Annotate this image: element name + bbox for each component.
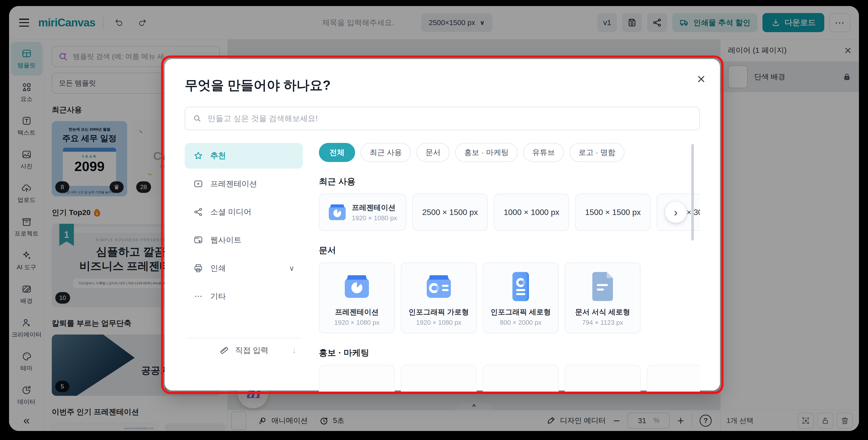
share-nodes-icon <box>193 207 203 217</box>
nav-item-label: 인쇄 <box>210 263 226 273</box>
modal-content: 추천 프레젠테이션 소셜 미디어 웹사이트 인쇄 ∨ <box>185 143 700 392</box>
nav-item-presentation[interactable]: 프레젠테이션 <box>185 171 303 197</box>
chip-docs[interactable]: 문서 <box>416 143 450 162</box>
marketing-card[interactable] <box>565 365 641 392</box>
chip-all[interactable]: 전체 <box>319 143 355 162</box>
presentation-play-icon <box>193 179 203 189</box>
chip-logo[interactable]: 로고 · 명함 <box>569 143 624 162</box>
doc-card-size: 800 × 2000 px <box>500 319 541 327</box>
modal-title: 무엇을 만들어야 하나요? <box>185 77 700 94</box>
scroll-down-hint-icon: ↓ <box>292 346 296 355</box>
nav-item-label: 프레젠테이션 <box>210 178 257 189</box>
nav-item-recommend[interactable]: 추천 <box>185 143 303 169</box>
direct-input-label: 직접 입력 <box>235 345 269 356</box>
doc-card-size: 1920 × 1080 px <box>416 319 461 327</box>
doc-type-card-presentation[interactable]: 프레젠테이션 1920 × 1080 px <box>319 263 395 333</box>
doc-card-label: 인포그래픽 가로형 <box>409 307 469 317</box>
size-card[interactable]: 1000 × 1000 px <box>494 194 569 231</box>
doc-card-label: 인포그래픽 세로형 <box>491 307 551 317</box>
modal-search-box <box>185 107 700 130</box>
modal-nav: 추천 프레젠테이션 소셜 미디어 웹사이트 인쇄 ∨ <box>185 143 303 392</box>
close-icon[interactable]: × <box>697 72 705 86</box>
nav-item-social-media[interactable]: 소셜 미디어 <box>185 199 303 225</box>
marketing-card[interactable] <box>483 365 559 392</box>
size-card-presentation[interactable]: 프레젠테이션 1920 × 1080 px <box>319 194 406 231</box>
marketing-row <box>319 365 700 392</box>
marketing-card[interactable] <box>319 365 395 392</box>
recent-size-row: 프레젠테이션 1920 × 1080 px 2500 × 1500 px 100… <box>319 194 700 231</box>
nav-item-label: 추천 <box>210 150 226 161</box>
nav-item-label: 웹사이트 <box>210 235 242 245</box>
document-vertical-icon <box>592 272 613 301</box>
modal-main: 전체 최근 사용 문서 홍보 · 마케팅 유튜브 로고 · 명함 최근 사용 프… <box>319 143 700 392</box>
modal-search-input[interactable] <box>208 114 692 123</box>
doc-card-label: 문서 서식 세로형 <box>575 307 630 317</box>
chevron-down-icon: ∨ <box>289 264 294 272</box>
scroll-next-button[interactable]: › <box>665 202 686 223</box>
star-icon <box>193 151 203 161</box>
app-window: miriCanvas 2500×1500 px ∨ v1 인쇄물 <box>9 6 859 431</box>
size-card[interactable]: 1500 × 1500 px <box>575 194 651 231</box>
modal-scrollbar[interactable] <box>691 144 694 241</box>
doc-type-card-infographic-vertical[interactable]: 인포그래픽 세로형 800 × 2000 px <box>483 263 559 333</box>
presentation-doc-icon <box>329 204 345 220</box>
section-heading-marketing: 홍보 · 마케팅 <box>319 348 700 358</box>
category-chips: 전체 최근 사용 문서 홍보 · 마케팅 유튜브 로고 · 명함 <box>319 143 700 162</box>
marketing-card[interactable] <box>401 365 477 392</box>
direct-input-button[interactable]: 직접 입력 ↓ <box>185 338 303 362</box>
create-design-modal: × 무엇을 만들어야 하나요? 추천 프레젠테이션 소셜 미디어 <box>165 59 720 391</box>
size-card-label: 프레젠테이션 <box>352 203 397 213</box>
ruler-icon <box>219 345 229 356</box>
chip-youtube[interactable]: 유튜브 <box>523 143 564 162</box>
doc-type-card-infographic-horizontal[interactable]: 인포그래픽 가로형 1920 × 1080 px <box>401 263 477 333</box>
section-heading-recent: 최근 사용 <box>319 176 700 187</box>
marketing-card[interactable] <box>647 365 700 392</box>
chip-recent[interactable]: 최근 사용 <box>361 143 411 162</box>
chip-marketing[interactable]: 홍보 · 마케팅 <box>455 143 518 162</box>
docs-row: 프레젠테이션 1920 × 1080 px 인포그래픽 가로형 1920 × 1… <box>319 263 700 333</box>
nav-item-etc[interactable]: 기타 <box>185 283 303 309</box>
section-heading-docs: 문서 <box>319 245 700 256</box>
ellipsis-icon <box>193 291 203 301</box>
nav-item-website[interactable]: 웹사이트 <box>185 227 303 253</box>
doc-card-size: 1920 × 1080 px <box>334 319 379 327</box>
nav-item-label: 소셜 미디어 <box>210 207 252 217</box>
doc-card-label: 프레젠테이션 <box>335 307 379 317</box>
nav-item-print[interactable]: 인쇄 ∨ <box>185 256 303 281</box>
nav-item-label: 기타 <box>210 291 226 302</box>
chevron-right-icon: › <box>674 205 678 219</box>
infographic-horizontal-icon <box>427 275 451 298</box>
doc-type-card-document-vertical[interactable]: 문서 서식 세로형 794 × 1123 px <box>565 263 641 333</box>
printer-icon <box>193 263 203 273</box>
website-icon <box>193 235 203 245</box>
infographic-vertical-icon <box>513 272 529 301</box>
size-card-size: 1920 × 1080 px <box>352 214 397 222</box>
size-card[interactable]: 2500 × 1500 px <box>412 194 488 231</box>
presentation-doc-icon <box>345 275 369 298</box>
doc-card-size: 794 × 1123 px <box>582 319 623 327</box>
search-icon <box>193 114 202 123</box>
